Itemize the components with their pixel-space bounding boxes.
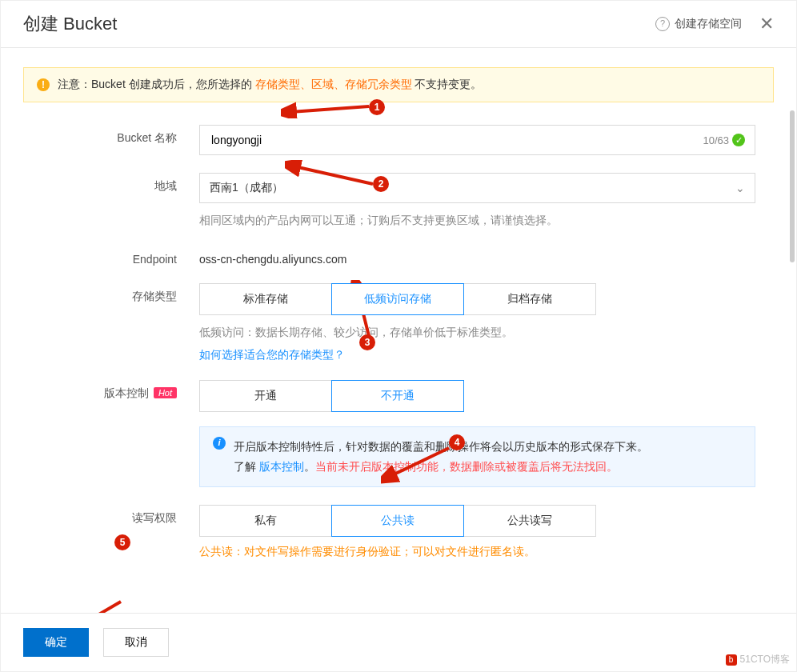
warning-text: 注意：Bucket 创建成功后，您所选择的 存储类型、区域、存储冗余类型 不支持… — [58, 78, 482, 92]
watermark: b 51CTO博客 — [726, 653, 790, 666]
acl-option-public-read[interactable]: 公共读 — [331, 505, 464, 537]
storage-option-ia[interactable]: 低频访问存储 — [331, 283, 464, 315]
versioning-option-off[interactable]: 不开通 — [331, 380, 464, 412]
versioning-learn-link[interactable]: 版本控制 — [259, 460, 304, 473]
close-icon[interactable]: ✕ — [759, 15, 774, 33]
bucket-name-input[interactable] — [210, 133, 703, 147]
dialog-header: 创建 Bucket ? 创建存储空间 ✕ — [1, 1, 796, 48]
storage-option-archive[interactable]: 归档存储 — [463, 283, 596, 315]
watermark-icon: b — [726, 654, 737, 666]
help-link-label: 创建存储空间 — [675, 17, 742, 31]
storage-option-standard[interactable]: 标准存储 — [199, 283, 332, 315]
versioning-info-line1: 开启版本控制特性后，针对数据的覆盖和删除操作将会以历史版本的形式保存下来。 — [234, 437, 648, 457]
scrollbar-thumb[interactable] — [790, 110, 795, 262]
chevron-down-icon: ⌄ — [735, 182, 745, 194]
region-select[interactable]: 西南1（成都） ⌄ — [199, 173, 755, 203]
bucket-name-input-wrapper: 10/63 ✓ — [199, 125, 755, 155]
help-icon: ? — [655, 17, 670, 31]
storage-help-link[interactable]: 如何选择适合您的存储类型？ — [199, 348, 774, 362]
versioning-info: i 开启版本控制特性后，针对数据的覆盖和删除操作将会以历史版本的形式保存下来。 … — [199, 426, 755, 487]
versioning-warning: 当前未开启版本控制功能，数据删除或被覆盖后将无法找回。 — [315, 460, 618, 473]
label-versioning: 版本控制Hot — [23, 380, 199, 401]
endpoint-value: oss-cn-chengdu.aliyuncs.com — [199, 246, 774, 266]
label-region: 地域 — [23, 173, 199, 194]
info-icon: i — [213, 437, 226, 450]
acl-hint: 公共读：对文件写操作需要进行身份验证；可以对文件进行匿名读。 — [199, 545, 774, 559]
acl-option-public-read-write[interactable]: 公共读写 — [463, 505, 596, 537]
dialog-footer: 确定 取消 — [1, 613, 796, 671]
warning-icon: ! — [37, 78, 50, 91]
svg-line-0 — [290, 106, 369, 112]
cancel-button[interactable]: 取消 — [103, 628, 169, 657]
label-endpoint: Endpoint — [23, 246, 199, 266]
dialog-title: 创建 Bucket — [23, 12, 117, 36]
warning-notice: ! 注意：Bucket 创建成功后，您所选择的 存储类型、区域、存储冗余类型 不… — [23, 67, 774, 102]
region-select-value: 西南1（成都） — [210, 181, 283, 195]
acl-option-private[interactable]: 私有 — [199, 505, 332, 537]
hot-badge: Hot — [154, 387, 177, 398]
label-storage-type: 存储类型 — [23, 283, 199, 304]
storage-hint: 低频访问：数据长期存储、较少访问，存储单价低于标准类型。 — [199, 323, 774, 341]
label-bucket-name: Bucket 名称 — [23, 125, 199, 146]
bucket-name-counter: 10/63 — [703, 134, 729, 146]
confirm-button[interactable]: 确定 — [23, 628, 89, 657]
label-acl: 读写权限 — [23, 505, 199, 526]
versioning-option-on[interactable]: 开通 — [199, 380, 332, 412]
help-link[interactable]: ? 创建存储空间 — [655, 17, 742, 31]
check-icon: ✓ — [732, 134, 745, 146]
region-hint: 相同区域内的产品内网可以互通；订购后不支持更换区域，请谨慎选择。 — [199, 211, 774, 229]
